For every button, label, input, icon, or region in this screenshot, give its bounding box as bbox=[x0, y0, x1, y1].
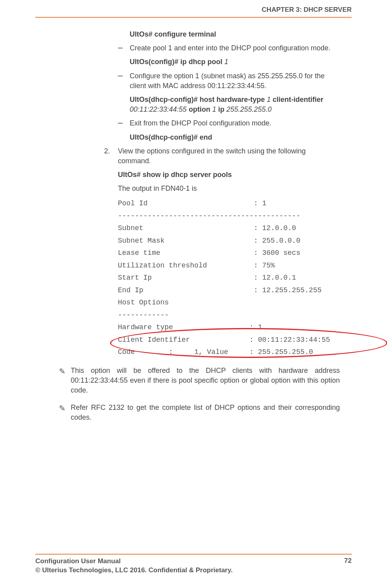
note-offered: ✎ This option will be offered to the DHC… bbox=[59, 366, 340, 396]
cmd-arg: 1 bbox=[267, 96, 271, 103]
note-text: Refer RFC 2132 to get the complete list … bbox=[71, 403, 340, 422]
cmd-ip-dhcp-pool: UltOs(config)# ip dhcp pool 1 bbox=[130, 57, 352, 67]
terminal-output: Pool Id : 1 ----------------------------… bbox=[118, 197, 352, 359]
chapter-title: CHAPTER 3: DHCP SERVER bbox=[262, 6, 352, 13]
cmd-arg: 00:11:22:33:44:55 bbox=[130, 105, 187, 113]
step-2: 2. View the options configured in the sw… bbox=[104, 146, 352, 166]
cmd-arg: 255.255.255.0 bbox=[226, 105, 271, 113]
cmd-show-pools: UltOs# show ip dhcp server pools bbox=[118, 170, 352, 180]
bullet-text: Configure the option 1 (subnet mask) as … bbox=[130, 71, 352, 91]
page-footer: Configuration User Manual © Ulterius Tec… bbox=[35, 554, 352, 575]
cmd-text: UltOs(config)# ip dhcp pool bbox=[130, 58, 224, 66]
cmd-configure-terminal: UltOs# configure terminal bbox=[130, 29, 352, 39]
cmd-text: ip bbox=[216, 105, 226, 113]
bullet-create-pool: – Create pool 1 and enter into the DHCP … bbox=[118, 43, 352, 53]
footer-left: Configuration User Manual © Ulterius Tec… bbox=[35, 557, 233, 575]
cmd-text: option bbox=[189, 105, 212, 113]
dash-icon: – bbox=[118, 43, 130, 53]
footer-doc-title: Configuration User Manual bbox=[35, 557, 121, 565]
cmd-arg: 1 bbox=[212, 105, 216, 113]
output-text: Pool Id : 1 ----------------------------… bbox=[118, 199, 330, 356]
page-content: UltOs# configure terminal – Create pool … bbox=[35, 29, 352, 422]
footer-copyright: © Ulterius Technologies, LLC 2016. Confi… bbox=[35, 566, 233, 574]
output-intro: The output in FDN40-1 is bbox=[118, 184, 352, 194]
page-header: CHAPTER 3: DHCP SERVER bbox=[35, 0, 352, 18]
bullet-exit: – Exit from the DHCP Pool configuration … bbox=[118, 118, 352, 128]
cmd-host-option: UltOs(dhcp-config)# host hardware-type 1… bbox=[130, 95, 352, 114]
note-text: This option will be offered to the DHCP … bbox=[71, 366, 340, 396]
bullet-configure-option: – Configure the option 1 (subnet mask) a… bbox=[118, 71, 352, 91]
cmd-arg: 1 bbox=[224, 58, 228, 66]
page-number: 72 bbox=[344, 557, 352, 575]
dash-icon: – bbox=[118, 71, 130, 91]
pencil-icon: ✎ bbox=[59, 366, 71, 396]
note-rfc: ✎ Refer RFC 2132 to get the complete lis… bbox=[59, 403, 340, 422]
cmd-end: UltOs(dhcp-config)# end bbox=[130, 133, 352, 142]
pencil-icon: ✎ bbox=[59, 403, 71, 422]
cmd-text: client-identifier bbox=[271, 96, 323, 103]
bullet-text: Create pool 1 and enter into the DHCP po… bbox=[130, 43, 352, 53]
document-page: CHAPTER 3: DHCP SERVER UltOs# configure … bbox=[0, 0, 387, 588]
step-text: View the options configured in the switc… bbox=[118, 146, 352, 166]
step-number: 2. bbox=[104, 146, 118, 166]
bullet-text: Exit from the DHCP Pool configuration mo… bbox=[130, 118, 352, 128]
dash-icon: – bbox=[118, 118, 130, 128]
cmd-text: UltOs(dhcp-config)# host hardware-type bbox=[130, 96, 267, 103]
